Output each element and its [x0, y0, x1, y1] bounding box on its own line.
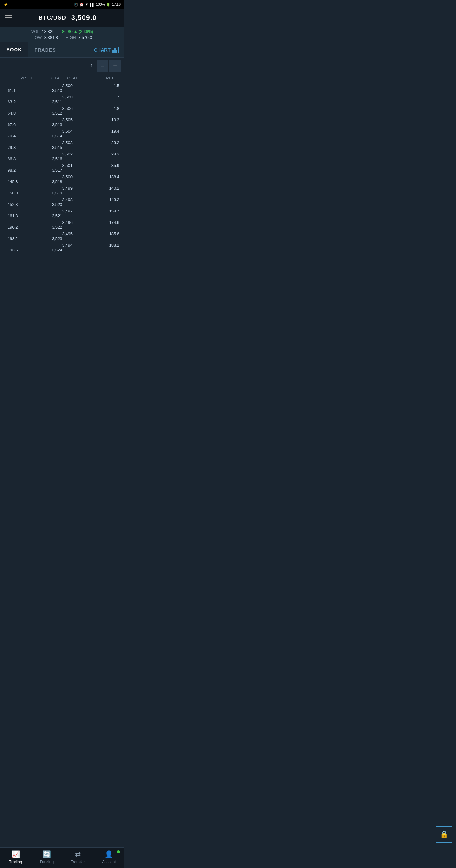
bid-price: 3,498 — [62, 197, 91, 202]
ask-price: 3,516 — [34, 156, 62, 161]
vibrate-icon: 📳 — [74, 3, 78, 7]
ask-price: 3,510 — [34, 88, 62, 93]
wifi-icon: ▼ — [85, 3, 89, 6]
table-row: 3,505 19.3 67.6 3,513 — [3, 117, 122, 128]
table-row: 3,506 1.8 64.8 3,512 — [3, 105, 122, 117]
ask-total: 70.4 — [5, 134, 34, 138]
high-value: 3,570.0 — [78, 35, 92, 40]
ask-price: 3,515 — [34, 145, 62, 150]
vol-label: VOL — [31, 29, 39, 34]
bid-total: 138.4 — [91, 175, 119, 179]
usb-icon: ⚡ — [4, 3, 8, 7]
table-row: 3,502 28.3 86.8 3,516 — [3, 151, 122, 162]
volume-info: VOL 18,829 — [31, 29, 55, 34]
bid-total: 1.8 — [91, 106, 119, 111]
ask-price: 3,514 — [34, 134, 62, 138]
table-row: 3,504 19.4 70.4 3,514 — [3, 128, 122, 140]
bid-price: 3,509 — [62, 83, 91, 88]
market-row-2: LOW 3,381.8 HIGH 3,570.0 — [5, 35, 119, 40]
bid-price: 3,506 — [62, 106, 91, 111]
tab-book[interactable]: BOOK — [0, 42, 28, 57]
ask-total: 63.2 — [5, 99, 34, 104]
vol-value: 18,829 — [42, 29, 55, 34]
table-row: 3,500 138.4 145.3 3,518 — [3, 174, 122, 185]
bid-price: 3,495 — [62, 231, 91, 236]
ask-price: 3,512 — [34, 111, 62, 116]
ask-price: 3,513 — [34, 122, 62, 127]
bid-total: 1.5 — [91, 83, 119, 88]
bid-price: 3,500 — [62, 175, 91, 179]
market-row-1: VOL 18,829 80.80 ▲ (2.36%) — [5, 29, 119, 34]
book-rows-container: 3,509 1.5 61.1 3,510 3,508 1.7 63.2 3,51… — [3, 82, 122, 253]
bid-total: 188.1 — [91, 243, 119, 248]
ask-total: 64.8 — [5, 111, 34, 116]
header-price-right: PRICE — [91, 76, 119, 81]
bid-price: 3,503 — [62, 140, 91, 145]
ask-price: 3,511 — [34, 99, 62, 104]
tab-trades[interactable]: TRADES — [28, 43, 62, 57]
chart-bar-icon — [113, 47, 119, 53]
bid-total: 140.2 — [91, 186, 119, 191]
book-controls: 1 − + — [0, 58, 124, 74]
ask-total: 150.0 — [5, 191, 34, 195]
table-row: 3,498 143.2 152.8 3,520 — [3, 196, 122, 208]
battery-icon: 🔋 — [106, 3, 111, 7]
zoom-minus-button[interactable]: − — [97, 60, 108, 71]
bid-price: 3,497 — [62, 209, 91, 213]
ask-total: 86.8 — [5, 156, 34, 161]
bid-price: 3,502 — [62, 152, 91, 156]
menu-button[interactable] — [5, 15, 12, 20]
bid-total: 158.7 — [91, 209, 119, 213]
ask-total: 152.8 — [5, 202, 34, 207]
empty-area — [0, 253, 124, 317]
trading-pair: BTC/USD — [39, 14, 66, 21]
ask-price: 3,517 — [34, 168, 62, 173]
ask-price: 3,524 — [34, 248, 62, 252]
table-row: 3,499 140.2 150.0 3,519 — [3, 185, 122, 196]
ask-total: 145.3 — [5, 179, 34, 184]
ask-total: 67.6 — [5, 122, 34, 127]
alarm-icon: ⏰ — [80, 3, 84, 7]
header: BTC/USD 3,509.0 — [0, 9, 124, 27]
bid-total: 143.2 — [91, 197, 119, 202]
bid-price: 3,501 — [62, 163, 91, 168]
main-content: 1 − + PRICE TOTAL TOTAL PRICE 3,509 1.5 … — [0, 58, 124, 342]
ask-total: 193.5 — [5, 248, 34, 252]
current-price: 3,509.0 — [71, 13, 97, 22]
bid-total: 35.9 — [91, 163, 119, 168]
order-book: PRICE TOTAL TOTAL PRICE 3,509 1.5 61.1 3… — [0, 74, 124, 253]
ask-price: 3,520 — [34, 202, 62, 207]
bid-price: 3,505 — [62, 118, 91, 122]
header-total-left: TOTAL — [34, 76, 62, 81]
ask-total: 79.3 — [5, 145, 34, 150]
bid-price: 3,496 — [62, 220, 91, 225]
change-info: 80.80 ▲ (2.36%) — [62, 29, 93, 34]
up-arrow: ▲ — [73, 29, 79, 34]
clock: 17:16 — [112, 3, 121, 6]
ask-total: 98.2 — [5, 168, 34, 173]
bid-total: 23.2 — [91, 140, 119, 145]
tabs: BOOK TRADES CHART — [0, 42, 124, 58]
zoom-plus-button[interactable]: + — [109, 60, 121, 71]
high-info: HIGH 3,570.0 — [65, 35, 92, 40]
signal-icon: ▌▌ — [90, 3, 95, 6]
ask-price: 3,519 — [34, 191, 62, 195]
ask-price: 3,522 — [34, 225, 62, 229]
bid-price: 3,504 — [62, 129, 91, 134]
low-info: LOW 3,381.8 — [32, 35, 58, 40]
low-label: LOW — [32, 35, 42, 40]
table-row: 3,501 35.9 98.2 3,517 — [3, 162, 122, 174]
bid-total: 28.3 — [91, 152, 119, 156]
status-right: 📳 ⏰ ▼ ▌▌ 100% 🔋 17:16 — [74, 3, 121, 7]
table-row: 3,508 1.7 63.2 3,511 — [3, 94, 122, 105]
bid-total: 19.4 — [91, 129, 119, 134]
high-label: HIGH — [65, 35, 76, 40]
bid-total: 1.7 — [91, 95, 119, 99]
bid-price: 3,508 — [62, 95, 91, 99]
ask-total: 193.2 — [5, 236, 34, 241]
tab-chart[interactable]: CHART — [89, 43, 125, 57]
table-row: 3,509 1.5 61.1 3,510 — [3, 82, 122, 94]
bid-total: 185.6 — [91, 231, 119, 236]
market-info: VOL 18,829 80.80 ▲ (2.36%) LOW 3,381.8 H… — [0, 27, 124, 42]
ask-price: 3,518 — [34, 179, 62, 184]
